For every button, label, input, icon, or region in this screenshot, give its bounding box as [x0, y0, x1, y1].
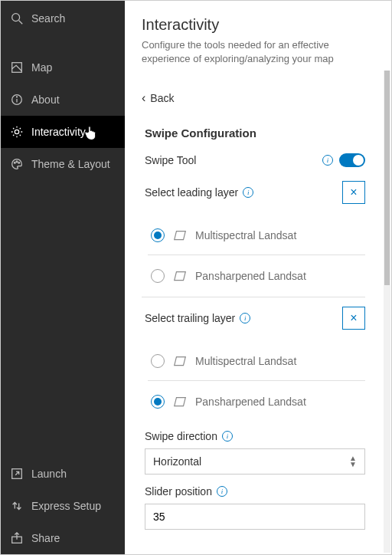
sidebar-item-label: Share — [31, 532, 60, 544]
panel-header: Interactivity Configure the tools needed… — [125, 1, 391, 76]
trailing-option-pansharpened[interactable]: Pansharpened Landsat — [148, 380, 365, 416]
sidebar-item-about[interactable]: About — [1, 84, 125, 116]
leading-layer-label: Select leading layer — [145, 186, 238, 199]
sidebar-item-interactivity[interactable]: Interactivity — [1, 116, 125, 148]
trailing-layer-label: Select trailing layer — [145, 312, 235, 324]
scrollbar-thumb[interactable] — [384, 71, 390, 285]
trailing-clear-button[interactable]: × — [342, 307, 365, 330]
radio-icon — [151, 354, 165, 368]
svg-point-0 — [12, 14, 20, 21]
sidebar-item-label: Interactivity — [31, 126, 86, 138]
gear-icon — [10, 125, 24, 139]
swipe-direction-value: Horizontal — [153, 455, 201, 468]
layer-icon — [172, 228, 188, 242]
radio-icon — [151, 228, 165, 242]
leading-layer-options: Multispectral Landsat Pansharpened Lands… — [142, 218, 365, 297]
trailing-option-multispectral[interactable]: Multispectral Landsat — [148, 346, 365, 376]
slider-position-field: Slider position i — [142, 485, 365, 530]
section-title: Swipe Configuration — [142, 126, 365, 140]
radio-icon — [151, 269, 165, 283]
svg-point-8 — [16, 161, 18, 163]
sidebar-item-label: About — [31, 94, 60, 106]
radio-icon — [151, 395, 165, 409]
layer-option-label: Pansharpened Landsat — [195, 396, 306, 408]
updown-icon — [10, 499, 24, 513]
info-icon[interactable]: i — [240, 313, 250, 323]
sidebar-item-label: Launch — [31, 468, 67, 480]
swipe-tool-row: Swipe Tool i — [142, 153, 365, 167]
info-icon — [10, 93, 24, 107]
svg-point-6 — [15, 130, 18, 133]
slider-position-input-wrap — [145, 504, 365, 530]
leading-layer-header: Select leading layer i × — [142, 181, 365, 204]
info-icon[interactable]: i — [217, 486, 227, 497]
swipe-direction-field: Swipe direction i Horizontal ▲▼ — [142, 430, 365, 475]
cursor-hand-icon — [83, 124, 99, 141]
sidebar-express-setup[interactable]: Express Setup — [1, 490, 125, 522]
trailing-layer-options: Multispectral Landsat Pansharpened Lands… — [142, 343, 365, 422]
slider-position-label: Slider position — [145, 485, 212, 498]
back-button[interactable]: ‹ Back — [142, 80, 365, 119]
layer-option-label: Multispectral Landsat — [195, 355, 296, 367]
select-arrows-icon: ▲▼ — [349, 455, 357, 468]
layer-icon — [172, 395, 188, 409]
map-icon — [10, 61, 24, 74]
layer-icon — [172, 354, 188, 368]
search-icon — [10, 11, 24, 25]
sidebar-search-label: Search — [31, 12, 65, 25]
svg-point-7 — [14, 162, 15, 163]
trailing-layer-header: Select trailing layer i × — [142, 307, 365, 330]
sidebar-item-label: Theme & Layout — [31, 158, 110, 170]
sidebar-item-label: Map — [31, 61, 52, 74]
sidebar: Search Map About Interactivity — [1, 1, 125, 554]
sidebar-item-theme[interactable]: Theme & Layout — [1, 148, 125, 180]
layer-icon — [172, 269, 188, 283]
swipe-direction-label: Swipe direction — [145, 430, 217, 442]
sidebar-item-map[interactable]: Map — [1, 51, 125, 84]
svg-point-5 — [17, 97, 18, 97]
svg-line-1 — [19, 21, 23, 25]
sidebar-launch[interactable]: Launch — [1, 458, 125, 490]
scrollbar[interactable] — [384, 71, 390, 553]
slider-position-input[interactable] — [153, 511, 357, 523]
swipe-direction-select[interactable]: Horizontal ▲▼ — [145, 448, 365, 475]
info-icon[interactable]: i — [322, 155, 333, 166]
leading-clear-button[interactable]: × — [342, 181, 365, 204]
chevron-left-icon: ‹ — [142, 91, 145, 105]
leading-option-multispectral[interactable]: Multispectral Landsat — [148, 221, 365, 250]
layer-option-label: Multispectral Landsat — [195, 229, 296, 241]
page-subtitle: Configure the tools needed for an effect… — [142, 38, 374, 65]
svg-point-9 — [18, 162, 20, 163]
back-label: Back — [150, 92, 174, 104]
sidebar-search[interactable]: Search — [1, 1, 125, 36]
config-panel: ‹ Back Swipe Configuration Swipe Tool i … — [125, 80, 382, 554]
main: Interactivity Configure the tools needed… — [125, 1, 391, 554]
launch-icon — [10, 467, 24, 481]
sidebar-share[interactable]: Share — [1, 522, 125, 554]
share-icon — [10, 531, 24, 545]
swipe-tool-toggle[interactable] — [339, 153, 365, 167]
layer-option-label: Pansharpened Landsat — [195, 270, 306, 282]
leading-option-pansharpened[interactable]: Pansharpened Landsat — [148, 255, 365, 291]
info-icon[interactable]: i — [243, 187, 253, 198]
info-icon[interactable]: i — [222, 431, 233, 442]
palette-icon — [10, 157, 24, 171]
swipe-tool-label: Swipe Tool — [145, 154, 196, 166]
sidebar-item-label: Express Setup — [31, 500, 101, 512]
page-title: Interactivity — [142, 16, 374, 34]
